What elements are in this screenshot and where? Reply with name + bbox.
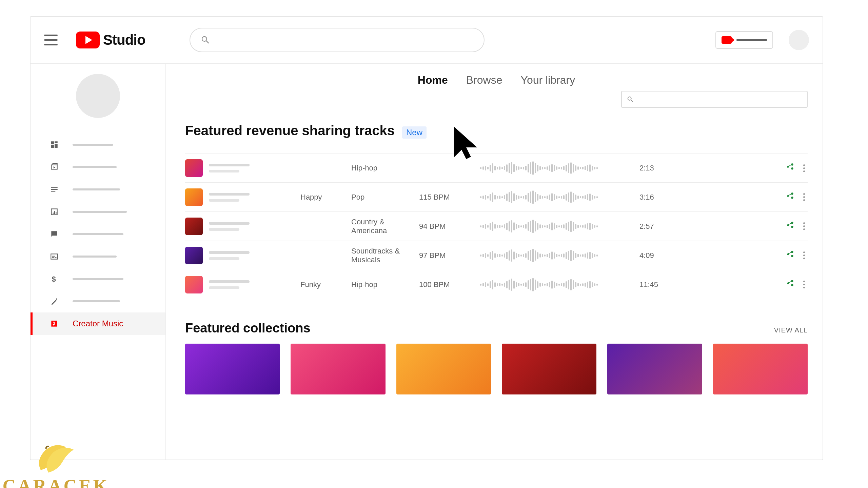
- sidebar-item-comments[interactable]: [31, 223, 165, 245]
- sidebar-item-playlists[interactable]: [31, 178, 165, 201]
- studio-logo[interactable]: Studio: [76, 32, 145, 48]
- new-badge: New: [402, 126, 427, 139]
- youtube-play-icon: [76, 32, 100, 48]
- tab-browse[interactable]: Browse: [466, 74, 502, 86]
- search-icon: [200, 35, 211, 45]
- sidebar-item-label: Creator Music: [73, 319, 123, 328]
- menu-button[interactable]: [44, 35, 58, 45]
- track-thumbnail[interactable]: [185, 159, 203, 177]
- track-duration: 11:45: [639, 280, 680, 289]
- sidebar-item-dashboard[interactable]: [31, 134, 165, 156]
- track-actions: [680, 250, 808, 261]
- collection-card[interactable]: [607, 344, 702, 394]
- collection-card[interactable]: [713, 344, 808, 394]
- track-genre: Soundtracks & Musicals: [351, 247, 419, 264]
- tab-library[interactable]: Your library: [520, 74, 575, 86]
- track-mood: Happy: [300, 193, 351, 202]
- track-genre: Hip-hop: [351, 164, 419, 172]
- collections-header: Featured collections VIEW ALL: [185, 321, 808, 336]
- track-bpm: 97 BPM: [419, 251, 480, 260]
- more-options-icon[interactable]: [803, 193, 805, 201]
- track-waveform[interactable]: [480, 219, 639, 234]
- track-thumbnail[interactable]: [185, 218, 203, 235]
- app-window: Studio: [30, 16, 823, 460]
- track-waveform[interactable]: [480, 161, 639, 176]
- track-genre: Pop: [351, 193, 419, 202]
- track-bpm: 115 BPM: [419, 193, 480, 202]
- track-thumbnail[interactable]: [185, 188, 203, 206]
- track-waveform[interactable]: [480, 190, 639, 205]
- track-row[interactable]: HappyPop115 BPM3:16: [185, 183, 808, 212]
- more-options-icon[interactable]: [803, 251, 805, 259]
- track-actions: [680, 192, 808, 203]
- track-genre: Hip-hop: [351, 280, 419, 289]
- share-icon[interactable]: [786, 163, 794, 174]
- more-options-icon[interactable]: [803, 164, 805, 172]
- track-title-placeholder: [209, 193, 300, 202]
- collection-card[interactable]: [502, 344, 596, 394]
- sidebar: $ Creator Music: [31, 64, 166, 460]
- track-title-placeholder: [209, 222, 300, 231]
- section-header: Featured revenue sharing tracks New: [185, 123, 808, 139]
- sidebar-item-analytics[interactable]: [31, 201, 165, 223]
- share-icon[interactable]: [786, 279, 794, 290]
- share-icon[interactable]: [786, 192, 794, 203]
- track-title-placeholder: [209, 164, 300, 172]
- share-icon[interactable]: [786, 250, 794, 261]
- subtitles-icon: [50, 252, 59, 261]
- collection-card[interactable]: [396, 344, 491, 394]
- track-row[interactable]: Country & Americana94 BPM2:57: [185, 212, 808, 241]
- collections-row: [185, 344, 808, 394]
- account-avatar[interactable]: [789, 30, 809, 50]
- track-title-placeholder: [209, 280, 300, 289]
- tabs: Home Browse Your library: [185, 74, 808, 86]
- sidebar-item-subtitles[interactable]: [31, 245, 165, 268]
- banana-icon: [29, 440, 83, 480]
- track-actions: [680, 221, 808, 232]
- search-icon: [627, 96, 634, 103]
- track-thumbnail[interactable]: [185, 247, 203, 264]
- cursor-overlay-icon: [448, 122, 485, 162]
- more-options-icon[interactable]: [803, 281, 805, 288]
- tab-home[interactable]: Home: [418, 74, 448, 86]
- collection-card[interactable]: [185, 344, 280, 394]
- track-row[interactable]: FunkyHip-hop100 BPM11:45: [185, 270, 808, 299]
- track-duration: 3:16: [639, 193, 680, 202]
- track-row[interactable]: Hip-hop2:13: [185, 154, 808, 183]
- track-thumbnail[interactable]: [185, 276, 203, 293]
- track-list: Hip-hop2:13HappyPop115 BPM3:16Country & …: [185, 154, 808, 299]
- track-actions: [680, 279, 808, 290]
- create-button[interactable]: [715, 31, 773, 49]
- view-all-link[interactable]: VIEW ALL: [774, 326, 808, 334]
- track-row[interactable]: Soundtracks & Musicals97 BPM4:09: [185, 241, 808, 270]
- collection-card[interactable]: [291, 344, 385, 394]
- main-content: Home Browse Your library Featured revenu…: [166, 64, 823, 460]
- magic-wand-icon: [50, 297, 59, 306]
- analytics-icon: [50, 207, 59, 217]
- channel-avatar[interactable]: [76, 74, 120, 118]
- sidebar-item-content[interactable]: [31, 156, 165, 178]
- track-title-placeholder: [209, 251, 300, 260]
- section-title: Featured revenue sharing tracks: [185, 123, 395, 138]
- secondary-search-input[interactable]: [621, 91, 808, 108]
- track-bpm: 94 BPM: [419, 222, 480, 231]
- sidebar-item-customization[interactable]: [31, 290, 165, 312]
- more-options-icon[interactable]: [803, 222, 805, 230]
- share-icon[interactable]: [786, 221, 794, 232]
- logo-text: Studio: [103, 32, 145, 48]
- sidebar-item-monetization[interactable]: $: [31, 268, 165, 290]
- collections-title: Featured collections: [185, 321, 311, 336]
- content-icon: [50, 162, 59, 172]
- track-waveform[interactable]: [480, 248, 639, 263]
- header: Studio: [31, 17, 823, 64]
- track-duration: 4:09: [639, 251, 680, 260]
- sidebar-item-creator-music[interactable]: Creator Music: [31, 312, 165, 335]
- svg-text:$: $: [52, 275, 56, 283]
- track-actions: [680, 163, 808, 174]
- create-video-icon: [722, 36, 732, 44]
- dashboard-icon: [50, 140, 59, 149]
- track-mood: Funky: [300, 280, 351, 289]
- track-duration: 2:57: [639, 222, 680, 231]
- track-waveform[interactable]: [480, 277, 639, 292]
- search-input[interactable]: [190, 28, 485, 52]
